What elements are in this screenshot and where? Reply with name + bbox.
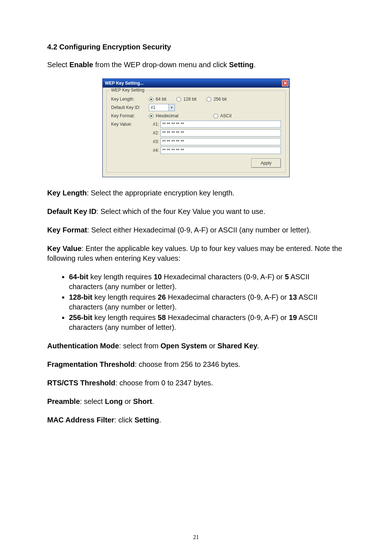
text: : select	[80, 397, 105, 405]
text-bold: Long	[105, 397, 123, 405]
key-index-2: #2:	[149, 130, 160, 135]
desc-key-value: Key Value: Enter the applicable key valu…	[47, 244, 345, 263]
text-bold: RTS/CTS Threshold	[47, 379, 115, 387]
key-value-label: Key Value:	[111, 122, 149, 127]
radio-64bit[interactable]	[149, 97, 154, 102]
text: : Enter the applicable key values. Up to…	[47, 244, 342, 262]
text: .	[159, 416, 161, 424]
text: : Select which of the four Key Value you…	[97, 207, 265, 215]
key-value-row-2: #2:	[111, 129, 281, 137]
text: .	[152, 397, 154, 405]
key-value-3-input[interactable]	[160, 138, 281, 145]
radio-hexdecimal[interactable]	[149, 114, 154, 118]
text: : choose from 0 to 2347 bytes.	[115, 379, 213, 387]
key-value-rules-list: 64-bit key length requires 10 Hexadecima…	[47, 272, 345, 332]
text: .	[254, 61, 256, 69]
default-key-id-select[interactable]: #1 ▼	[149, 104, 175, 111]
desc-mac-address-filter: MAC Address Filter: click Setting.	[47, 415, 345, 425]
text-bold: Default Key ID	[47, 207, 97, 215]
text-bold: 64-bit	[69, 273, 88, 281]
text-bold: Enable	[69, 61, 93, 69]
section-heading: 4.2 Configuring Encryption Security	[47, 43, 345, 51]
key-value-2-input[interactable]	[160, 129, 281, 137]
select-value: #1	[151, 105, 155, 110]
dialog-titlebar: WEP Key Setting... ✕	[103, 79, 289, 88]
intro-paragraph: Select Enable from the WEP drop-down men…	[47, 60, 345, 70]
key-format-label: Key Format:	[111, 113, 149, 118]
text-bold: Key Value	[47, 244, 82, 252]
desc-fragmentation-threshold: Fragmentation Threshold: choose from 256…	[47, 360, 345, 369]
key-index-4: #4:	[149, 148, 160, 153]
key-index-1: #1:	[149, 122, 160, 127]
text-bold: Key Format	[47, 226, 87, 234]
text-bold: 26	[158, 293, 166, 301]
default-key-id-label: Default Key ID:	[111, 105, 149, 110]
radio-256bit[interactable]	[207, 97, 211, 102]
chevron-down-icon: ▼	[168, 104, 175, 111]
key-value-1-input[interactable]	[160, 121, 281, 128]
list-item: 256-bit key length requires 58 Hexadecim…	[69, 313, 345, 332]
text: key length requires	[92, 313, 158, 321]
key-value-row-4: #4:	[111, 147, 281, 154]
text: from the WEP drop-down menu and click	[93, 61, 229, 69]
wep-key-setting-fieldset: WEP Key Setting Key Length: 64 bit 128 b…	[106, 90, 286, 173]
text-bold: MAC Address Filter	[47, 416, 114, 424]
dialog-title: WEP Key Setting...	[105, 81, 143, 86]
wep-key-setting-dialog: WEP Key Setting... ✕ WEP Key Setting Key…	[102, 78, 290, 177]
text: or	[123, 397, 133, 405]
desc-key-format: Key Format: Select either Hexadecimal (0…	[47, 225, 345, 235]
list-item: 128-bit key length requires 26 Hexadecim…	[69, 292, 345, 312]
text-bold: Shared Key	[217, 342, 257, 350]
desc-default-key-id: Default Key ID: Select which of the four…	[47, 207, 345, 216]
text-bold: 10	[154, 273, 162, 281]
radio-64bit-label: 64 bit	[156, 97, 166, 102]
close-icon: ✕	[283, 81, 287, 85]
text: Hexadecimal characters (0-9, A-F) or	[166, 313, 289, 321]
text-bold: 19	[289, 313, 297, 321]
radio-128bit[interactable]	[176, 97, 181, 102]
page-number: 21	[0, 534, 392, 540]
close-button[interactable]: ✕	[282, 80, 289, 86]
radio-128bit-label: 128 bit	[183, 97, 196, 102]
key-length-row: Key Length: 64 bit 128 bit 256 bit	[111, 97, 281, 102]
text-bold: Key Length	[47, 189, 87, 197]
desc-preamble: Preamble: select Long or Short.	[47, 397, 345, 406]
apply-button[interactable]: Apply	[251, 158, 281, 168]
text: or	[207, 342, 217, 350]
key-value-4-input[interactable]	[160, 147, 281, 154]
text: Hexadecimal characters (0-9, A-F) or	[162, 273, 285, 281]
text: : choose from 256 to 2346 bytes.	[135, 360, 240, 368]
text: : select from	[119, 342, 160, 350]
text-bold: 58	[158, 313, 166, 321]
text: Select	[47, 61, 69, 69]
text-bold: Setting	[134, 416, 159, 424]
text-bold: 128-bit	[69, 293, 92, 301]
text-bold: 256-bit	[69, 313, 92, 321]
fieldset-legend: WEP Key Setting	[110, 88, 146, 93]
text: .	[257, 342, 260, 350]
radio-hexdecimal-label: Hexdecimal	[156, 113, 179, 118]
default-key-id-row: Default Key ID: #1 ▼	[111, 104, 281, 111]
list-item: 64-bit key length requires 10 Hexadecima…	[69, 272, 345, 292]
text-bold: Fragmentation Threshold	[47, 360, 135, 368]
key-length-label: Key Length:	[111, 97, 149, 102]
text-bold: Authentication Mode	[47, 342, 119, 350]
text: : Select either Hexadecimal (0-9, A-F) o…	[87, 226, 311, 234]
text-bold: Open System	[160, 342, 207, 350]
text-bold: Preamble	[47, 397, 80, 405]
text-bold: Setting	[229, 61, 254, 69]
radio-256bit-label: 256 bit	[213, 97, 226, 102]
key-value-row-1: Key Value: #1:	[111, 121, 281, 128]
text: Hexadecimal characters (0-9, A-F) or	[166, 293, 289, 301]
text: key length requires	[92, 293, 158, 301]
key-index-3: #3:	[149, 139, 160, 144]
text-bold: 5	[285, 273, 289, 281]
radio-ascii-label: ASCII	[220, 113, 232, 118]
key-value-row-3: #3:	[111, 138, 281, 145]
key-format-row: Key Format: Hexdecimal ASCII	[111, 113, 281, 118]
text: key length requires	[88, 273, 154, 281]
text: : Select the appropriate encryption key …	[87, 189, 234, 197]
text-bold: Short	[133, 397, 152, 405]
radio-ascii[interactable]	[213, 114, 218, 118]
text-bold: 13	[289, 293, 297, 301]
